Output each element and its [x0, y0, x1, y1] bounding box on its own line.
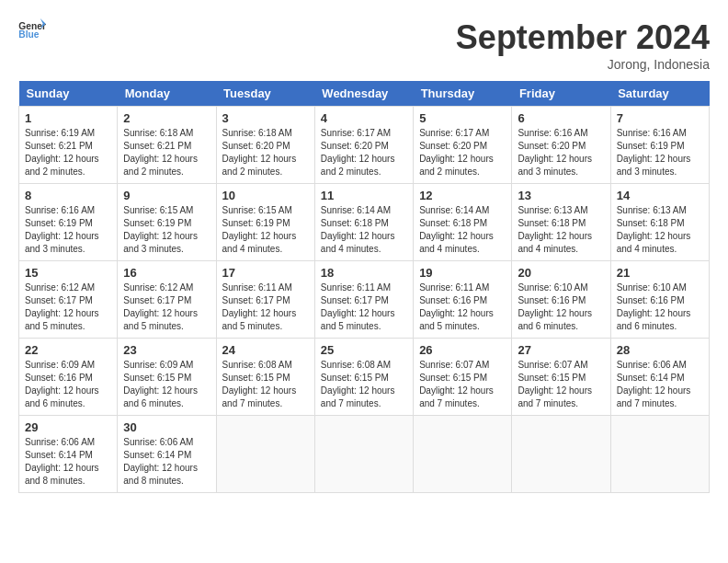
cell-text: Sunrise: 6:17 AMSunset: 6:20 PMDaylight:… [321, 128, 395, 177]
day-number: 13 [518, 189, 604, 202]
table-row: 23 Sunrise: 6:09 AMSunset: 6:15 PMDaylig… [118, 339, 216, 416]
day-number: 14 [617, 189, 703, 202]
cell-text: Sunrise: 6:14 AMSunset: 6:18 PMDaylight:… [419, 205, 494, 254]
table-row: 29 Sunrise: 6:06 AMSunset: 6:14 PMDaylig… [19, 416, 118, 493]
table-row: 11 Sunrise: 6:14 AMSunset: 6:18 PMDaylig… [314, 184, 413, 261]
table-row: 30 Sunrise: 6:06 AMSunset: 6:14 PMDaylig… [118, 416, 216, 493]
table-row: 25 Sunrise: 6:08 AMSunset: 6:15 PMDaylig… [314, 339, 413, 416]
cell-text: Sunrise: 6:16 AMSunset: 6:20 PMDaylight:… [518, 128, 592, 177]
day-number: 8 [25, 189, 111, 202]
cell-text: Sunrise: 6:18 AMSunset: 6:21 PMDaylight:… [123, 128, 198, 177]
location-subtitle: Jorong, Indonesia [456, 57, 710, 72]
table-row: 14 Sunrise: 6:13 AMSunset: 6:18 PMDaylig… [610, 184, 709, 261]
col-saturday: Saturday [610, 81, 709, 107]
day-number: 28 [617, 343, 703, 357]
table-row: 10 Sunrise: 6:15 AMSunset: 6:19 PMDaylig… [216, 184, 314, 261]
month-title: September 2024 [456, 18, 710, 57]
day-number: 17 [222, 266, 309, 280]
table-row: 13 Sunrise: 6:13 AMSunset: 6:18 PMDaylig… [512, 184, 610, 261]
cell-text: Sunrise: 6:15 AMSunset: 6:19 PMDaylight:… [222, 205, 297, 254]
cell-text: Sunrise: 6:17 AMSunset: 6:20 PMDaylight:… [419, 128, 494, 177]
day-number: 30 [123, 420, 210, 434]
logo: General Blue [18, 18, 46, 39]
day-number: 3 [222, 111, 309, 125]
table-row: 19 Sunrise: 6:11 AMSunset: 6:16 PMDaylig… [414, 261, 512, 339]
cell-text: Sunrise: 6:06 AMSunset: 6:14 PMDaylight:… [123, 437, 198, 486]
day-number: 26 [419, 343, 506, 357]
cell-text: Sunrise: 6:06 AMSunset: 6:14 PMDaylight:… [25, 437, 99, 486]
table-row: 12 Sunrise: 6:14 AMSunset: 6:18 PMDaylig… [414, 184, 512, 261]
col-thursday: Thursday [414, 81, 512, 107]
col-sunday: Sunday [19, 81, 118, 107]
page-header: General Blue September 2024 Jorong, Indo… [18, 18, 710, 72]
cell-text: Sunrise: 6:08 AMSunset: 6:15 PMDaylight:… [222, 360, 297, 408]
calendar-week-row: 22 Sunrise: 6:09 AMSunset: 6:16 PMDaylig… [19, 339, 710, 416]
cell-text: Sunrise: 6:18 AMSunset: 6:20 PMDaylight:… [222, 128, 297, 177]
table-row: 22 Sunrise: 6:09 AMSunset: 6:16 PMDaylig… [19, 339, 118, 416]
day-number: 15 [25, 266, 111, 280]
cell-text: Sunrise: 6:11 AMSunset: 6:17 PMDaylight:… [321, 282, 395, 331]
table-row: 2 Sunrise: 6:18 AMSunset: 6:21 PMDayligh… [118, 107, 216, 184]
table-row: 3 Sunrise: 6:18 AMSunset: 6:20 PMDayligh… [216, 107, 314, 184]
cell-text: Sunrise: 6:19 AMSunset: 6:21 PMDaylight:… [25, 128, 99, 177]
day-number: 2 [123, 111, 210, 125]
col-monday: Monday [118, 81, 216, 107]
cell-text: Sunrise: 6:07 AMSunset: 6:15 PMDaylight:… [518, 360, 592, 408]
cell-text: Sunrise: 6:08 AMSunset: 6:15 PMDaylight:… [321, 360, 395, 408]
table-row: 21 Sunrise: 6:10 AMSunset: 6:16 PMDaylig… [610, 261, 709, 339]
day-number: 24 [222, 343, 309, 357]
table-row: 16 Sunrise: 6:12 AMSunset: 6:17 PMDaylig… [118, 261, 216, 339]
cell-text: Sunrise: 6:10 AMSunset: 6:16 PMDaylight:… [617, 282, 691, 331]
day-number: 5 [419, 111, 506, 125]
day-number: 18 [321, 266, 407, 280]
cell-text: Sunrise: 6:12 AMSunset: 6:17 PMDaylight:… [25, 282, 99, 331]
day-number: 6 [518, 111, 604, 125]
cell-text: Sunrise: 6:12 AMSunset: 6:17 PMDaylight:… [123, 282, 198, 331]
cell-text: Sunrise: 6:15 AMSunset: 6:19 PMDaylight:… [123, 205, 198, 254]
empty-cell [512, 416, 610, 493]
cell-text: Sunrise: 6:07 AMSunset: 6:15 PMDaylight:… [419, 360, 494, 408]
calendar-header-row: Sunday Monday Tuesday Wednesday Thursday… [19, 81, 710, 107]
day-number: 23 [123, 343, 210, 357]
day-number: 16 [123, 266, 210, 280]
cell-text: Sunrise: 6:16 AMSunset: 6:19 PMDaylight:… [25, 205, 99, 254]
cell-text: Sunrise: 6:11 AMSunset: 6:16 PMDaylight:… [419, 282, 494, 331]
svg-text:Blue: Blue [18, 29, 40, 39]
calendar-week-row: 1 Sunrise: 6:19 AMSunset: 6:21 PMDayligh… [19, 107, 710, 184]
cell-text: Sunrise: 6:06 AMSunset: 6:14 PMDaylight:… [617, 360, 691, 408]
calendar-week-row: 8 Sunrise: 6:16 AMSunset: 6:19 PMDayligh… [19, 184, 710, 261]
empty-cell [314, 416, 413, 493]
table-row: 1 Sunrise: 6:19 AMSunset: 6:21 PMDayligh… [19, 107, 118, 184]
table-row: 15 Sunrise: 6:12 AMSunset: 6:17 PMDaylig… [19, 261, 118, 339]
day-number: 7 [617, 111, 703, 125]
calendar-table: Sunday Monday Tuesday Wednesday Thursday… [18, 81, 710, 493]
table-row: 17 Sunrise: 6:11 AMSunset: 6:17 PMDaylig… [216, 261, 314, 339]
day-number: 12 [419, 189, 506, 202]
table-row: 6 Sunrise: 6:16 AMSunset: 6:20 PMDayligh… [512, 107, 610, 184]
day-number: 4 [321, 111, 407, 125]
empty-cell [216, 416, 314, 493]
logo-icon: General Blue [18, 18, 46, 39]
cell-text: Sunrise: 6:13 AMSunset: 6:18 PMDaylight:… [617, 205, 691, 254]
table-row: 9 Sunrise: 6:15 AMSunset: 6:19 PMDayligh… [118, 184, 216, 261]
table-row: 5 Sunrise: 6:17 AMSunset: 6:20 PMDayligh… [414, 107, 512, 184]
day-number: 27 [518, 343, 604, 357]
day-number: 29 [25, 420, 111, 434]
day-number: 19 [419, 266, 506, 280]
col-friday: Friday [512, 81, 610, 107]
empty-cell [414, 416, 512, 493]
day-number: 9 [123, 189, 210, 202]
table-row: 18 Sunrise: 6:11 AMSunset: 6:17 PMDaylig… [314, 261, 413, 339]
calendar-week-row: 29 Sunrise: 6:06 AMSunset: 6:14 PMDaylig… [19, 416, 710, 493]
title-area: September 2024 Jorong, Indonesia [456, 18, 710, 72]
day-number: 25 [321, 343, 407, 357]
day-number: 1 [25, 111, 111, 125]
table-row: 27 Sunrise: 6:07 AMSunset: 6:15 PMDaylig… [512, 339, 610, 416]
table-row: 24 Sunrise: 6:08 AMSunset: 6:15 PMDaylig… [216, 339, 314, 416]
day-number: 10 [222, 189, 309, 202]
calendar-week-row: 15 Sunrise: 6:12 AMSunset: 6:17 PMDaylig… [19, 261, 710, 339]
table-row: 26 Sunrise: 6:07 AMSunset: 6:15 PMDaylig… [414, 339, 512, 416]
cell-text: Sunrise: 6:09 AMSunset: 6:16 PMDaylight:… [25, 360, 99, 408]
table-row: 4 Sunrise: 6:17 AMSunset: 6:20 PMDayligh… [314, 107, 413, 184]
col-tuesday: Tuesday [216, 81, 314, 107]
